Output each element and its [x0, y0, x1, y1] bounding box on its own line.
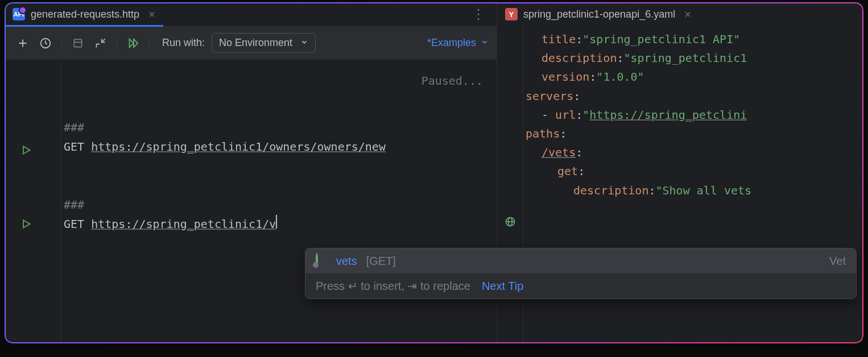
run-request-gutter-icon[interactable] — [5, 141, 61, 159]
api-file-icon: API — [13, 8, 25, 20]
run-with-label: Run with: — [162, 37, 205, 49]
yaml-value: "spring_petclinic1 API" — [582, 31, 740, 48]
text-cursor — [276, 215, 277, 229]
yaml-key: paths — [526, 125, 560, 143]
endpoint-icon — [316, 254, 329, 268]
yaml-key: title — [542, 31, 576, 48]
yaml-value: "1.0.0" — [596, 68, 644, 86]
chevron-down-icon — [481, 37, 489, 49]
close-icon[interactable]: × — [684, 8, 691, 21]
tab-generated-requests[interactable]: API generated-requests.http × — [5, 2, 163, 26]
toolbar-separator — [61, 36, 62, 51]
svg-line-5 — [102, 39, 105, 42]
yaml-value: "spring_petclinic1 — [624, 49, 747, 67]
toolbar-separator — [117, 36, 117, 51]
http-editor[interactable]: Paused... ### GET https://spring_petclin… — [5, 60, 497, 343]
paused-status: Paused... — [421, 72, 483, 90]
next-tip-link[interactable]: Next Tip — [482, 280, 523, 293]
autocomplete-item[interactable]: vets [GET] Vet — [305, 248, 856, 273]
request-url: https://spring_petclinic1/owners/owners/… — [91, 138, 386, 156]
yaml-key: get — [557, 163, 578, 180]
svg-marker-8 — [23, 146, 30, 153]
yaml-key: version — [542, 68, 589, 86]
environment-select[interactable]: No Environment — [212, 33, 316, 53]
request-url: https://spring_petclinic1/v — [91, 215, 276, 233]
history-button[interactable] — [35, 33, 56, 53]
tab-bar-right: Y spring_petclinic1-openapi_6.yaml × — [497, 2, 863, 26]
yaml-key: description — [542, 49, 617, 67]
yaml-key: url — [555, 106, 576, 124]
yaml-key: description — [573, 182, 648, 200]
yaml-file-icon: Y — [505, 8, 518, 20]
yaml-dash: - — [542, 106, 555, 124]
yaml-value: "Show all vets — [656, 182, 752, 200]
svg-marker-6 — [130, 39, 134, 47]
http-method: GET — [64, 215, 84, 233]
close-icon[interactable]: × — [148, 8, 155, 21]
add-request-button[interactable] — [13, 33, 33, 53]
endpoint-gutter-icon[interactable] — [497, 213, 523, 231]
chevron-down-icon — [300, 37, 308, 49]
tab-bar-left: API generated-requests.http × ⋮ — [5, 2, 497, 26]
http-method: GET — [64, 138, 84, 156]
toolbar-separator — [149, 36, 150, 51]
completion-name: vets — [336, 255, 357, 268]
http-toolbar: Run with: No Environment *Examples — [5, 26, 497, 60]
svg-rect-3 — [74, 39, 81, 47]
completion-instructions: Press ↵ to insert, ⇥ to replace — [316, 279, 470, 293]
import-button[interactable] — [90, 33, 111, 53]
request-separator: ### — [64, 118, 84, 136]
completion-type: [GET] — [366, 255, 396, 268]
tab-label: generated-requests.http — [31, 9, 139, 20]
examples-label: *Examples — [427, 37, 476, 49]
autocomplete-popup: vets [GET] Vet Press ↵ to insert, ⇥ to r… — [305, 248, 857, 299]
svg-marker-9 — [23, 220, 30, 227]
completion-hint: Vet — [829, 255, 846, 268]
yaml-key: servers — [526, 88, 573, 105]
environment-value: No Environment — [219, 37, 292, 49]
yaml-url-value: https://spring_petclini — [589, 106, 747, 124]
tab-label: spring_petclinic1-openapi_6.yaml — [523, 9, 675, 20]
run-all-button[interactable] — [123, 33, 143, 53]
yaml-path-key: /vets — [542, 144, 576, 161]
tab-actions-menu[interactable]: ⋮ — [460, 6, 497, 22]
gutter-left — [5, 60, 61, 343]
tab-openapi-yaml[interactable]: Y spring_petclinic1-openapi_6.yaml × — [497, 2, 699, 26]
structure-button[interactable] — [68, 33, 88, 53]
request-separator: ### — [64, 196, 84, 214]
autocomplete-footer: Press ↵ to insert, ⇥ to replace Next Tip — [305, 273, 856, 298]
run-request-gutter-icon[interactable] — [5, 215, 61, 233]
examples-link[interactable]: *Examples — [427, 37, 489, 49]
